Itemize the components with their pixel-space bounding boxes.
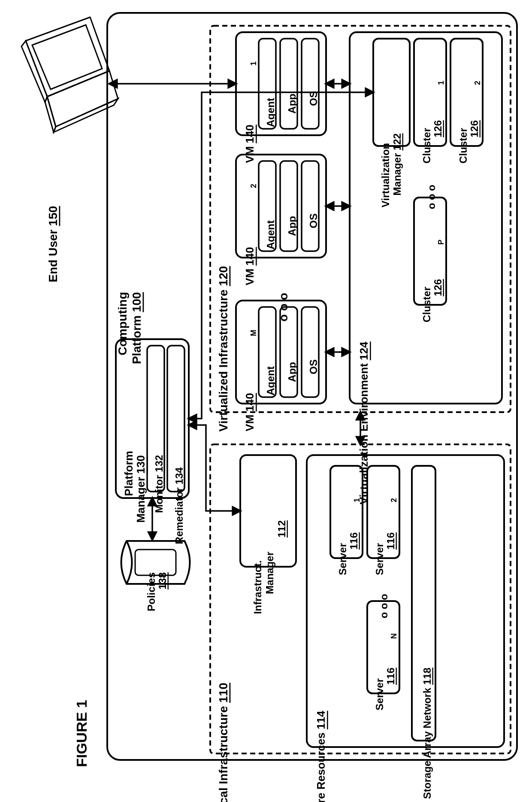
vmM-title: VM 140 [243, 393, 256, 431]
svg-text:2: 2 [473, 81, 482, 85]
svg-text:App: App [286, 94, 298, 114]
svg-text:M: M [249, 330, 258, 336]
vm1-title: VM 140 [243, 125, 256, 163]
svg-text:Cluster: Cluster [421, 287, 432, 322]
policies-ref: 138 [157, 572, 168, 589]
san-label: Storage Array Network 118 [421, 668, 433, 799]
vm-2: VM 140 2 Agent App OS [236, 155, 326, 286]
figure-label: FIGURE 1 [73, 700, 90, 767]
vm-1: VM 140 1 Agent App OS [236, 32, 326, 163]
policies-label: Policies [145, 572, 157, 611]
end-user-label: End User 150 [46, 206, 60, 282]
svg-rect-14 [236, 155, 326, 258]
svg-rect-20 [302, 161, 319, 251]
physical-infra-label: Physical Infrastructure 110 [217, 683, 230, 802]
cluster-p: Cluster 126 P [414, 197, 446, 322]
svg-text:126: 126 [469, 120, 480, 137]
svg-text:2: 2 [390, 498, 398, 502]
svg-text:App: App [286, 362, 298, 382]
svg-text:N: N [390, 633, 398, 639]
computing-platform-label-1: Computing [116, 292, 129, 355]
svg-rect-12 [302, 39, 319, 129]
cluster-1: Cluster 126 1 [414, 39, 446, 164]
svg-rect-6 [236, 32, 326, 135]
infra-mgr-l1: Infrastruct. [252, 560, 263, 614]
virt-env-label: Virtualization Environment 124 [357, 341, 370, 504]
svg-text:Server: Server [337, 543, 348, 575]
svg-text:116: 116 [385, 532, 396, 550]
svg-text:1: 1 [249, 61, 258, 66]
platform-manager-label-2: Manager 130 [134, 455, 147, 523]
svg-text:1: 1 [353, 498, 361, 502]
svg-text:Server: Server [374, 543, 385, 575]
svg-rect-10 [280, 39, 297, 129]
svg-text:Agent: Agent [265, 98, 276, 127]
virt-mgr-l2: Manager 122 [391, 133, 403, 195]
svg-text:2: 2 [249, 184, 258, 188]
svg-text:116: 116 [348, 532, 360, 550]
svg-rect-28 [302, 307, 319, 397]
monitor-label: Monitor 132 [153, 455, 165, 513]
remediator-label: Remediator 134 [173, 467, 185, 544]
virtualized-infra-label: Virtualized Infrastructure 120 [217, 266, 230, 431]
hw-resources-box [307, 455, 504, 747]
virt-mgr-box [373, 39, 410, 146]
svg-rect-18 [280, 161, 297, 251]
svg-marker-4 [45, 97, 56, 132]
svg-text:Server: Server [374, 678, 385, 711]
server-2: Server 116 2 [367, 466, 399, 575]
svg-text:OS: OS [308, 213, 319, 228]
hw-resources-label: Hardware Resources 114 [314, 711, 327, 802]
conn-pm-virtmgr [189, 92, 373, 419]
end-user-icon [21, 17, 118, 132]
infra-mgr-l2: Manager [264, 552, 275, 594]
svg-text:Cluster: Cluster [421, 128, 432, 164]
infra-mgr-ref: 112 [276, 520, 287, 538]
svg-text:116: 116 [385, 668, 396, 685]
svg-text:126: 126 [432, 279, 444, 296]
svg-text:App: App [286, 216, 298, 236]
infra-mgr-box [240, 455, 296, 567]
svg-text:OS: OS [308, 359, 319, 374]
computing-platform-box [107, 13, 517, 760]
vm2-title: VM 140 [243, 247, 256, 286]
platform-manager-label-1: Platform [122, 451, 135, 496]
svg-text:Agent: Agent [265, 220, 276, 249]
computing-platform-label-2: Platform 100 [130, 292, 143, 364]
policies-box [135, 550, 176, 575]
virt-mgr-l1: Virtualization [380, 143, 391, 207]
svg-text:126: 126 [432, 120, 444, 137]
svg-text:Agent: Agent [265, 366, 276, 395]
cluster-2: Cluster 126 2 [450, 39, 483, 164]
svg-text:P: P [437, 240, 445, 245]
conn-pm-inframgr [189, 425, 240, 511]
svg-text:OS: OS [308, 91, 319, 106]
server-ellipsis: o o o [378, 594, 390, 618]
svg-marker-5 [54, 99, 118, 132]
svg-text:Cluster: Cluster [457, 128, 469, 164]
svg-text:1: 1 [437, 81, 445, 85]
